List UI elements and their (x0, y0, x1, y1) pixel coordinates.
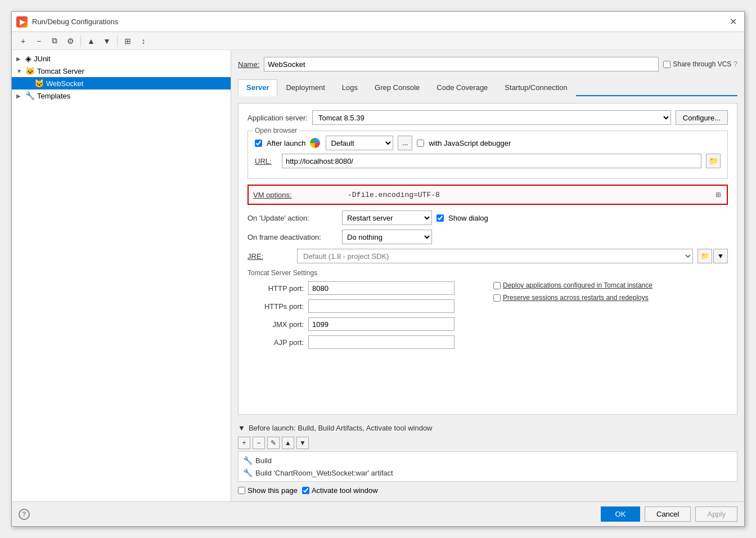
expander-tomcat: ▼ (16, 68, 25, 74)
ajp-port-input[interactable] (308, 335, 454, 349)
bl-remove-button[interactable]: − (253, 437, 265, 449)
close-button[interactable]: ✕ (726, 15, 740, 29)
vm-options-input[interactable] (348, 188, 710, 201)
show-page-checkbox[interactable] (238, 487, 245, 494)
list-item[interactable]: 🔧 Build (238, 454, 737, 467)
server-tab-panel: Application server: Tomcat 8.5.39 Config… (238, 103, 737, 415)
after-launch-checkbox[interactable] (255, 140, 262, 147)
move-up-button[interactable]: ▲ (84, 34, 98, 48)
help-button[interactable]: ? (19, 509, 30, 520)
after-launch-row: After launch Default ... with JavaScript… (255, 136, 721, 150)
build-label: Build (255, 456, 272, 465)
open-browser-legend: Open browser (253, 127, 299, 134)
app-server-row: Application server: Tomcat 8.5.39 Config… (248, 110, 728, 125)
sidebar-item-label-tomcat: Tomcat Server (37, 67, 226, 75)
vm-options-row: VM options: ⊞ (248, 185, 728, 205)
templates-icon: 🔧 (25, 91, 35, 100)
on-frame-label: On frame deactivation: (248, 233, 338, 241)
share-vcs-checkbox[interactable] (663, 61, 670, 68)
apply-button[interactable]: Apply (695, 506, 737, 522)
jre-dropdown-button[interactable]: ▼ (713, 249, 728, 263)
sidebar: ▶ ◈ JUnit ▼ 🐱 Tomcat Server 🐱 WebSocket … (12, 50, 231, 501)
js-debugger-checkbox[interactable] (417, 140, 424, 147)
before-launch-collapse-icon[interactable]: ▼ (238, 424, 245, 432)
ok-button[interactable]: OK (601, 506, 640, 522)
ports-right: Deploy applications configured in Tomcat… (493, 281, 728, 353)
sidebar-item-tomcat[interactable]: ▼ 🐱 Tomcat Server (12, 65, 231, 77)
browser-dots-button[interactable]: ... (398, 136, 412, 150)
name-row: Name: Share through VCS ? (238, 57, 737, 71)
show-page-label: Show this page (248, 486, 298, 495)
add-configuration-button[interactable]: + (16, 34, 30, 48)
cancel-button[interactable]: Cancel (645, 506, 691, 522)
http-port-label: HTTP port: (248, 284, 304, 293)
on-frame-select[interactable]: Do nothing (342, 230, 432, 244)
on-update-select[interactable]: Restart server (342, 210, 432, 225)
move-down-button[interactable]: ▼ (100, 34, 114, 48)
on-update-label: On 'Update' action: (248, 214, 338, 222)
sidebar-item-templates[interactable]: ▶ 🔧 Templates (12, 89, 231, 102)
bl-down-button[interactable]: ▼ (296, 437, 309, 449)
jmx-port-input[interactable] (308, 317, 454, 331)
activate-checkbox[interactable] (302, 487, 309, 494)
settings-button[interactable]: ⚙ (64, 34, 77, 48)
app-server-select[interactable]: Tomcat 8.5.39 (312, 110, 671, 125)
jre-select[interactable]: Default (1.8 - project SDK) (297, 249, 693, 263)
bl-edit-button[interactable]: ✎ (267, 437, 280, 449)
sort-button[interactable]: ↕ (137, 34, 150, 48)
url-input[interactable] (282, 154, 701, 168)
expander-templates: ▶ (16, 93, 25, 99)
url-folder-button[interactable]: 📁 (706, 154, 721, 168)
deploy-checkbox[interactable] (493, 282, 501, 289)
share-vcs-help-icon: ? (734, 60, 737, 68)
url-label: URL: (255, 157, 277, 165)
tab-deployment[interactable]: Deployment (277, 79, 333, 96)
after-launch-label: After launch (267, 139, 305, 147)
bl-up-button[interactable]: ▲ (282, 437, 294, 449)
remove-configuration-button[interactable]: − (32, 34, 46, 48)
vm-expand-button[interactable]: ⊞ (714, 190, 722, 200)
sidebar-item-label-junit: JUnit (34, 55, 226, 63)
name-input[interactable] (264, 57, 659, 71)
sidebar-item-junit[interactable]: ▶ ◈ JUnit (12, 52, 231, 65)
move-to-group-button[interactable]: ⊞ (121, 34, 134, 48)
tab-grep-console[interactable]: Grep Console (366, 79, 428, 96)
right-panel: Name: Share through VCS ? Server Deploym… (231, 50, 744, 501)
app-icon: ▶ (16, 16, 28, 28)
sidebar-item-label-templates: Templates (37, 92, 226, 100)
preserve-checkbox[interactable] (493, 294, 501, 302)
show-dialog-checkbox[interactable] (436, 214, 444, 222)
jre-folder-button[interactable]: 📁 (698, 249, 712, 263)
artifact-label: Build 'ChartRoom_WebSocket:war' artifact (255, 469, 393, 477)
http-port-input[interactable] (308, 281, 454, 295)
activate-row: Activate tool window (302, 486, 378, 495)
toolbar: + − ⧉ ⚙ ▲ ▼ ⊞ ↕ (12, 32, 744, 50)
url-row: URL: 📁 (255, 154, 721, 168)
bl-add-button[interactable]: + (238, 437, 250, 449)
websocket-icon: 🐱 (34, 79, 44, 88)
deploy-checkbox-row: Deploy applications configured in Tomcat… (493, 281, 728, 289)
build-icon: 🔧 (243, 456, 252, 465)
tab-server[interactable]: Server (238, 79, 277, 96)
browser-select[interactable]: Default (326, 136, 393, 150)
https-port-input[interactable] (308, 299, 454, 313)
expander-junit: ▶ (16, 56, 25, 62)
show-dialog-label: Show dialog (448, 214, 488, 222)
on-update-row: On 'Update' action: Restart server Show … (248, 210, 728, 225)
toolbar-separator-2 (117, 35, 118, 47)
http-port-row: HTTP port: (248, 281, 482, 295)
tab-startup-connection[interactable]: Startup/Connection (496, 79, 575, 96)
copy-configuration-button[interactable]: ⧉ (48, 34, 61, 48)
https-port-label: HTTPs port: (248, 302, 304, 311)
configure-button[interactable]: Configure... (676, 110, 728, 125)
artifact-icon: 🔧 (243, 468, 252, 477)
tab-code-coverage[interactable]: Code Coverage (428, 79, 496, 96)
tab-logs[interactable]: Logs (334, 79, 366, 96)
sidebar-item-label-websocket: WebSocket (46, 79, 226, 88)
sidebar-item-websocket[interactable]: 🐱 WebSocket (12, 77, 231, 89)
tabs-bar: Server Deployment Logs Grep Console Code… (238, 78, 737, 96)
activate-label: Activate tool window (312, 486, 378, 495)
preserve-label: Preserve sessions across restarts and re… (503, 294, 649, 302)
ports-section: HTTP port: HTTPs port: JMX port: (248, 281, 728, 353)
list-item[interactable]: 🔧 Build 'ChartRoom_WebSocket:war' artifa… (238, 467, 737, 479)
